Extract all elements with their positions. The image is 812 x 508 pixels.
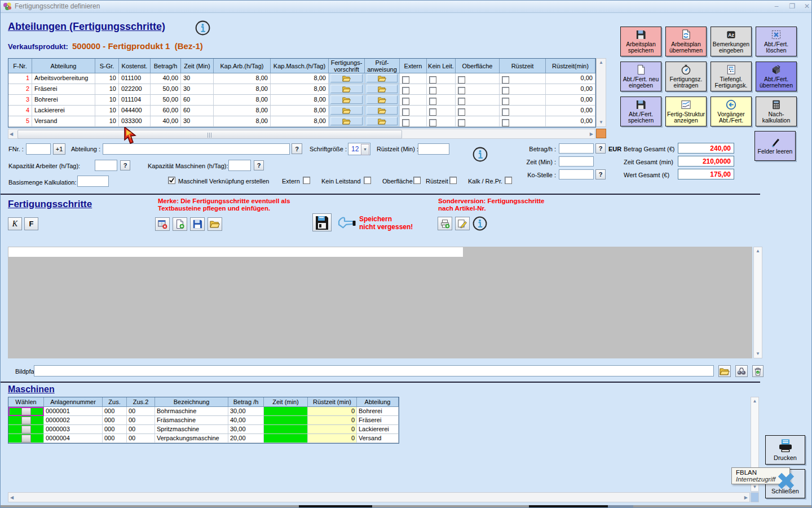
betrag-h-help-button[interactable]: ? [595,143,606,154]
dept-table-hscrollbar[interactable]: ◀ ▶ [8,129,595,139]
table-row[interactable]: 000000200000Fräsmaschine40,000Fräserei [8,416,399,425]
kein-leit-cell-checkbox[interactable] [429,108,436,116]
abteilung-input[interactable] [103,143,290,155]
scroll-right-icon[interactable]: ▶ [590,132,593,137]
ruestzeit-cell-checkbox[interactable] [502,76,509,84]
open-text-button[interactable] [208,217,222,231]
kursiv-button[interactable]: K [8,217,22,230]
scroll-left-icon[interactable]: ◀ [10,132,13,137]
waehlen-button[interactable] [21,435,31,443]
table-row[interactable]: 2Fräserei1002220050,00308,008,000,00 [8,84,595,95]
nachkalkulation-button[interactable]: Nach- kalkulation [756,97,797,126]
abt-fert-uebernehmen-button[interactable]: Abt./Fert. übernehmen [756,62,797,91]
save-big-button[interactable] [312,213,332,231]
table-row[interactable]: 000000400000Verpackungsmaschine20,000Ver… [8,434,399,443]
vorgaenger-abt-fert-button[interactable]: Vorgänger Abt./Fert. [710,97,752,126]
oberflaeche-cell-checkbox[interactable] [458,119,465,126]
pruefanweisung-open-button[interactable] [367,95,398,104]
kein-leit-cell-checkbox[interactable] [429,119,436,126]
table-row[interactable]: 5Versand1003330040,00308,008,000,00 [8,116,595,127]
waehlen-button[interactable] [21,426,31,433]
maschinell-checkbox[interactable] [168,177,175,184]
minimize-button[interactable]: – [771,2,782,11]
kap-arbeiter-help-button[interactable]: ? [120,160,130,170]
kein-leit-cell-checkbox[interactable] [429,98,436,105]
ruestzeit-cell-checkbox[interactable] [502,87,509,94]
arbeitsplan-speichern-button[interactable]: Arbeitsplan speichern [620,27,661,56]
chevron-down-icon[interactable]: ▼ [361,144,369,155]
tiefengl-fertigungsk-button[interactable]: Tiefengl. Fertigungsk. [710,62,752,91]
bildpfad-delete-button[interactable] [752,365,764,377]
scroll-left-icon[interactable]: ◀ [10,495,14,501]
pruefanweisung-open-button[interactable] [367,85,398,93]
abt-fert-loeschen-button[interactable]: Abt./Fert. löschen [756,27,797,56]
basismenge-input[interactable] [77,176,109,187]
text-editor-vscrollbar[interactable]: ▲ ▼ [753,247,762,358]
kalk-checkbox[interactable] [505,177,512,184]
edit-button[interactable] [455,217,470,230]
print-plus-button[interactable] [438,217,452,230]
pruefanweisung-open-button[interactable] [367,74,398,82]
fertigungsvorschrift-open-button[interactable] [330,74,363,82]
betrag-h-input[interactable] [559,143,594,154]
oberflaeche-cell-checkbox[interactable] [458,108,465,116]
kap-arbeiter-input[interactable] [95,160,117,171]
fertigungsvorschrift-open-button[interactable] [330,95,363,104]
maximize-button[interactable]: ❐ [787,2,797,11]
pruefanweisung-open-button[interactable] [367,106,398,115]
abteilung-help-button[interactable]: ? [292,143,302,154]
ruestzeit-min-input[interactable] [418,143,449,155]
text-editor-caret-line[interactable] [8,247,463,257]
scroll-down-icon[interactable]: ▼ [597,120,606,125]
abt-fert-neu-eingeben-button[interactable]: Abt./Fert. neu eingeben [620,62,661,91]
scroll-down-icon[interactable]: ▼ [754,351,762,357]
extern-cell-checkbox[interactable] [402,98,409,105]
scroll-up-icon[interactable]: ▲ [597,60,606,65]
extern-cell-checkbox[interactable] [402,87,409,94]
fertig-struktur-anzeigen-button[interactable]: Fertig-Struktur anzeigen [665,97,707,126]
delete-text-button[interactable] [155,217,170,231]
fnr-input[interactable] [26,143,51,155]
dept-table-vscrollbar[interactable]: ▲ ▼ [596,58,606,127]
kein-leit-cell-checkbox[interactable] [429,87,436,94]
save-text-button[interactable] [190,217,205,231]
table-row[interactable]: 1Arbeitsvorbereitung1001110040,00308,008… [8,73,595,84]
kap-maschinen-help-button[interactable]: ? [254,160,264,170]
extern-checkbox[interactable] [303,177,310,184]
oberflaeche-cell-checkbox[interactable] [458,76,465,84]
form-info-icon[interactable] [473,147,488,162]
oberflaeche-cell-checkbox[interactable] [458,87,465,94]
hscroll-thumb[interactable] [17,130,402,139]
plus1-button[interactable]: +1 [53,143,65,155]
drucken-button[interactable]: Drucken [765,435,805,465]
fertigungsvorschrift-open-button[interactable] [330,106,363,115]
table-row[interactable]: 000000300000Spritzmaschine30,000Lackiere… [8,425,399,434]
extern-cell-checkbox[interactable] [402,76,409,84]
pruefanweisung-open-button[interactable] [367,117,398,125]
fertigung-info-icon[interactable] [473,216,487,231]
scroll-up-icon[interactable]: ▲ [754,248,762,254]
oberflaeche-checkbox[interactable] [413,177,421,184]
ruestzeit-checkbox[interactable] [449,177,457,184]
bemerkungen-eingeben-button[interactable]: AzBemerkungen eingeben [710,27,752,56]
waehlen-button[interactable] [21,408,31,415]
extern-cell-checkbox[interactable] [402,108,409,116]
ko-stelle-help-button[interactable]: ? [595,169,606,179]
ko-stelle-input[interactable] [559,169,594,179]
scroll-down-icon[interactable]: ▼ [751,484,758,490]
zeit-min-input[interactable] [559,156,594,167]
ruestzeit-cell-checkbox[interactable] [502,119,509,126]
fett-button[interactable]: F [24,217,38,230]
kein-leit-cell-checkbox[interactable] [429,76,436,84]
abt-fert-speichern-button[interactable]: Abt./Fert. speichern [620,97,661,126]
oberflaeche-cell-checkbox[interactable] [458,98,465,105]
felder-leeren-button[interactable]: Felder leeren [754,131,796,161]
table-row[interactable]: 000000100000Bohrmaschine30,000Bohrerei [8,407,399,416]
scroll-up-icon[interactable]: ▲ [751,398,758,404]
info-icon[interactable] [195,20,210,36]
bildpfad-search-button[interactable] [735,365,748,377]
waehlen-button[interactable] [21,417,31,424]
close-button[interactable]: ✕ [802,2,812,11]
fertigungsvorschrift-open-button[interactable] [330,85,363,93]
fertigungsz-eintragen-button[interactable]: Fertigungsz. eintragen [665,62,707,91]
